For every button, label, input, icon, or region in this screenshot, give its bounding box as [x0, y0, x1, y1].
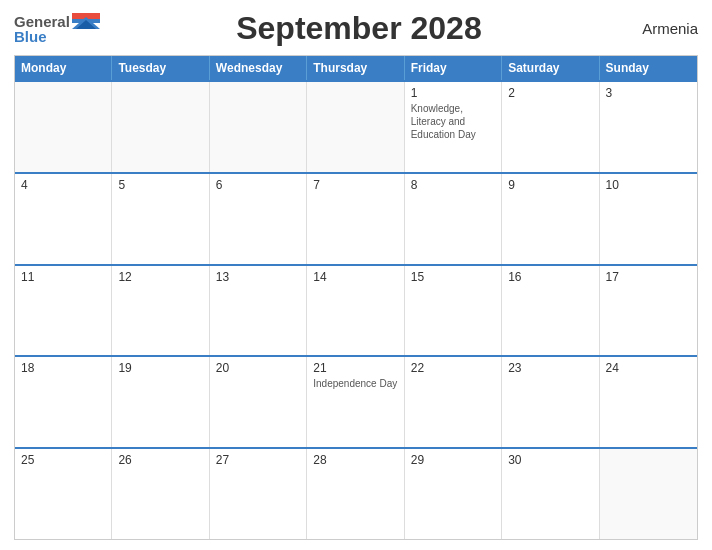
calendar: MondayTuesdayWednesdayThursdayFridaySatu…: [14, 55, 698, 540]
day-number: 21: [313, 361, 397, 375]
day-number: 12: [118, 270, 202, 284]
day-number: 13: [216, 270, 300, 284]
calendar-cell: [15, 82, 112, 172]
logo-blue-text: Blue: [14, 29, 47, 44]
day-number: 19: [118, 361, 202, 375]
calendar-cell: 2: [502, 82, 599, 172]
calendar-cell: 20: [210, 357, 307, 447]
calendar-week-3: 11121314151617: [15, 264, 697, 356]
calendar-cell: 14: [307, 266, 404, 356]
day-number: 9: [508, 178, 592, 192]
calendar-cell: 5: [112, 174, 209, 264]
calendar-cell: 30: [502, 449, 599, 539]
calendar-cell: 11: [15, 266, 112, 356]
day-number: 22: [411, 361, 495, 375]
day-number: 26: [118, 453, 202, 467]
day-number: 25: [21, 453, 105, 467]
calendar-cell: [600, 449, 697, 539]
calendar-cell: 3: [600, 82, 697, 172]
calendar-title: September 2028: [100, 10, 618, 47]
calendar-cell: 7: [307, 174, 404, 264]
day-number: 16: [508, 270, 592, 284]
day-number: 6: [216, 178, 300, 192]
calendar-cell: 6: [210, 174, 307, 264]
day-number: 3: [606, 86, 691, 100]
page: General Blue September 2028 Armenia Mond…: [0, 0, 712, 550]
day-event: Independence Day: [313, 377, 397, 390]
day-number: 15: [411, 270, 495, 284]
calendar-week-2: 45678910: [15, 172, 697, 264]
calendar-cell: 12: [112, 266, 209, 356]
day-number: 5: [118, 178, 202, 192]
day-number: 14: [313, 270, 397, 284]
calendar-week-1: 1Knowledge, Literacy and Education Day23: [15, 80, 697, 172]
calendar-cell: [112, 82, 209, 172]
day-number: 24: [606, 361, 691, 375]
calendar-header-wednesday: Wednesday: [210, 56, 307, 80]
calendar-week-5: 252627282930: [15, 447, 697, 539]
calendar-cell: 10: [600, 174, 697, 264]
calendar-header-friday: Friday: [405, 56, 502, 80]
logo-flag-icon: [72, 13, 100, 29]
calendar-header-sunday: Sunday: [600, 56, 697, 80]
calendar-header-tuesday: Tuesday: [112, 56, 209, 80]
day-number: 17: [606, 270, 691, 284]
calendar-header-saturday: Saturday: [502, 56, 599, 80]
calendar-cell: 29: [405, 449, 502, 539]
country-label: Armenia: [618, 20, 698, 37]
calendar-body: 1Knowledge, Literacy and Education Day23…: [15, 80, 697, 539]
day-number: 10: [606, 178, 691, 192]
calendar-cell: 27: [210, 449, 307, 539]
calendar-cell: 17: [600, 266, 697, 356]
day-number: 30: [508, 453, 592, 467]
calendar-cell: [307, 82, 404, 172]
logo: General Blue: [14, 13, 100, 44]
calendar-cell: [210, 82, 307, 172]
calendar-header-monday: Monday: [15, 56, 112, 80]
calendar-cell: 16: [502, 266, 599, 356]
day-number: 4: [21, 178, 105, 192]
calendar-cell: 28: [307, 449, 404, 539]
calendar-cell: 22: [405, 357, 502, 447]
day-event: Knowledge, Literacy and Education Day: [411, 102, 495, 141]
calendar-header-row: MondayTuesdayWednesdayThursdayFridaySatu…: [15, 56, 697, 80]
day-number: 11: [21, 270, 105, 284]
day-number: 2: [508, 86, 592, 100]
calendar-cell: 23: [502, 357, 599, 447]
calendar-cell: 24: [600, 357, 697, 447]
calendar-cell: 8: [405, 174, 502, 264]
day-number: 18: [21, 361, 105, 375]
calendar-cell: 1Knowledge, Literacy and Education Day: [405, 82, 502, 172]
calendar-cell: 18: [15, 357, 112, 447]
day-number: 23: [508, 361, 592, 375]
calendar-cell: 25: [15, 449, 112, 539]
day-number: 20: [216, 361, 300, 375]
calendar-week-4: 18192021Independence Day222324: [15, 355, 697, 447]
header: General Blue September 2028 Armenia: [14, 10, 698, 47]
calendar-cell: 21Independence Day: [307, 357, 404, 447]
calendar-cell: 15: [405, 266, 502, 356]
calendar-cell: 26: [112, 449, 209, 539]
calendar-cell: 19: [112, 357, 209, 447]
day-number: 7: [313, 178, 397, 192]
day-number: 1: [411, 86, 495, 100]
day-number: 29: [411, 453, 495, 467]
calendar-cell: 9: [502, 174, 599, 264]
calendar-header-thursday: Thursday: [307, 56, 404, 80]
calendar-cell: 4: [15, 174, 112, 264]
calendar-cell: 13: [210, 266, 307, 356]
day-number: 8: [411, 178, 495, 192]
logo-general-text: General: [14, 14, 70, 29]
day-number: 28: [313, 453, 397, 467]
day-number: 27: [216, 453, 300, 467]
